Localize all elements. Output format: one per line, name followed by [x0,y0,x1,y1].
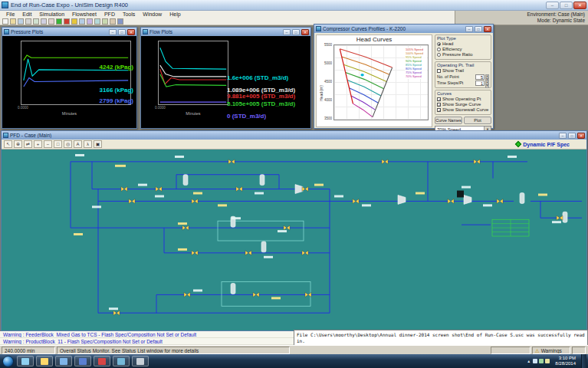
pfd-tool-icon[interactable]: □ [54,140,62,148]
x-origin-tick: 0.0000 [155,106,166,110]
pfd-tool-icon[interactable]: ▣ [94,140,102,148]
taskbar-app-button[interactable] [55,356,72,366]
close-button[interactable]: ✕ [127,29,135,35]
taskbar-app-button[interactable] [132,356,149,366]
pfd-tool-icon[interactable]: ↖ [4,140,12,148]
dynamic-pf-spec-button[interactable]: Dynamic P/F Spec [516,142,570,147]
close-button[interactable]: ✕ [301,29,309,35]
plot-type-option[interactable]: Efficiency [437,47,489,52]
toolbar-icon[interactable] [56,18,62,25]
toolbar-icon[interactable] [94,18,100,25]
pfd-tool-icon[interactable]: + [34,140,42,148]
show-desktop-button[interactable] [581,354,586,368]
show-trail-option[interactable]: Show Trail [437,68,489,74]
warnings-cell[interactable]: ⚠ Warnings [532,347,570,354]
pfd-tool-icon[interactable]: ⇄ [24,140,32,148]
pfd-tool-icon[interactable]: λ [84,140,92,148]
close-button[interactable]: ✕ [484,26,491,32]
tray-icon[interactable] [545,359,550,363]
maximize-button[interactable]: □ [475,26,482,32]
clock-time: 3:10 PM [555,356,576,361]
compressor-titlebar[interactable]: Compressor Curves Profiles - K-2200 – □ … [314,25,493,33]
flow-plots-titlebar[interactable]: Flow Plots – □ ✕ [141,28,310,36]
start-button[interactable] [2,356,14,367]
taskbar-app-button[interactable] [113,356,130,366]
taskbar-clock[interactable]: 3:10 PM 8/28/2014 [552,356,579,366]
taskbar-app-button[interactable] [17,356,34,366]
app-icon [41,358,48,365]
tray-icon[interactable] [539,359,544,363]
menu-item[interactable]: Edit [18,12,35,17]
menu-item[interactable]: PFD [100,12,119,17]
maximize-button[interactable]: □ [568,133,576,139]
taskbar-app-button[interactable] [74,356,91,366]
toolbar-icon[interactable] [48,18,54,25]
menu-item[interactable]: Flowsheet [68,12,100,17]
minimize-button[interactable]: – [559,133,567,139]
maximize-button[interactable]: □ [118,29,126,35]
pfd-flowsheet[interactable] [2,150,586,330]
toolbar-icon[interactable] [25,18,31,25]
curves-option[interactable]: Show Stonewall Curve [437,107,489,113]
spinner[interactable]: ▲ ▼ [485,74,489,80]
menu-item[interactable]: Window [139,12,166,17]
strip-chart-icon [4,29,9,34]
pressure-plots-titlebar[interactable]: Pressure Plots – □ ✕ [2,28,136,36]
spinner[interactable]: ▲ ▼ [485,80,489,86]
field-value[interactable]: 5 [475,74,485,80]
toolbar-icon[interactable] [33,18,39,25]
close-button[interactable]: ✕ [573,2,586,9]
toolbar-icon[interactable] [71,18,77,25]
panel-button[interactable]: Plot [464,117,491,124]
unisim-main-window: End of Run-Case Expo - UniSim Design R40… [0,0,588,368]
menu-item[interactable]: File [2,12,18,17]
spin-down-icon[interactable]: ▼ [485,84,489,88]
pressure-plots-window: Pressure Plots – □ ✕ 0.0000 Minutes 4242… [2,27,137,129]
trail-field-row[interactable]: No. of Point 5 ▲ ▼ [437,74,489,80]
checkbox-icon [437,97,441,101]
taskbar-app-button[interactable] [36,356,53,366]
close-button[interactable]: ✕ [577,133,585,139]
toolbar-icon[interactable] [10,18,16,25]
toolbar-icon[interactable] [79,18,85,25]
flow-value-label: 9.881e+005 (STD_m3/d) [227,93,295,100]
trail-field-row[interactable]: Time Steps/Pt 1 ▲ ▼ [437,80,489,86]
menu-item[interactable]: Help [166,12,184,17]
pfd-tool-icon[interactable]: ⊕ [14,140,22,148]
taskbar-app-button[interactable] [94,356,110,366]
menu-item[interactable]: Tools [119,12,139,17]
curves-option[interactable]: Show Surge Curve [437,102,489,107]
pressure-value-label: 2799 (kPag) [100,97,133,104]
toolbar-icon[interactable] [41,18,47,25]
pfd-titlebar[interactable]: PFD - Case (Main) – □ ✕ [2,131,586,140]
plot-type-option[interactable]: Pressure Ratio [437,52,489,58]
toolbar-icon[interactable] [64,18,70,25]
minimize-button[interactable]: – [465,26,473,32]
maximize-button[interactable]: □ [292,29,300,35]
toolbar-icon[interactable] [102,18,108,25]
compressor-icon [316,26,321,31]
plot-type-option[interactable]: Head [437,41,489,47]
curves-option[interactable]: Show Operating Pt [437,97,489,102]
toolbar-icon[interactable] [18,18,24,25]
toolbar-icon[interactable] [117,18,123,25]
maximize-button[interactable]: □ [560,2,573,9]
panel-button[interactable]: Curve Names [435,117,462,124]
toolbar-icon[interactable] [110,18,116,25]
pfd-tool-icon[interactable]: − [44,140,52,148]
menu-item[interactable]: Simulation [35,12,68,17]
tray-expand-icon[interactable]: ▲ [527,360,531,363]
minimize-button[interactable]: – [546,2,559,9]
minimize-button[interactable]: – [109,29,117,35]
pfd-canvas[interactable] [2,150,586,330]
minimize-button[interactable]: – [283,29,291,35]
toolbar-icon[interactable] [2,18,8,25]
pfd-title: PFD - Case (Main) [10,133,557,138]
tray-icon[interactable] [533,359,537,363]
status-spacer-cell [491,347,531,354]
pfd-tool-icon[interactable]: A [74,140,82,148]
pfd-tool-icon[interactable]: ◎ [64,140,72,148]
field-value[interactable]: 1 [475,80,485,86]
curves-plot-area: 105% Speed100% Speed95% Speed90% Speed85… [333,44,429,120]
toolbar-icon[interactable] [87,18,93,25]
